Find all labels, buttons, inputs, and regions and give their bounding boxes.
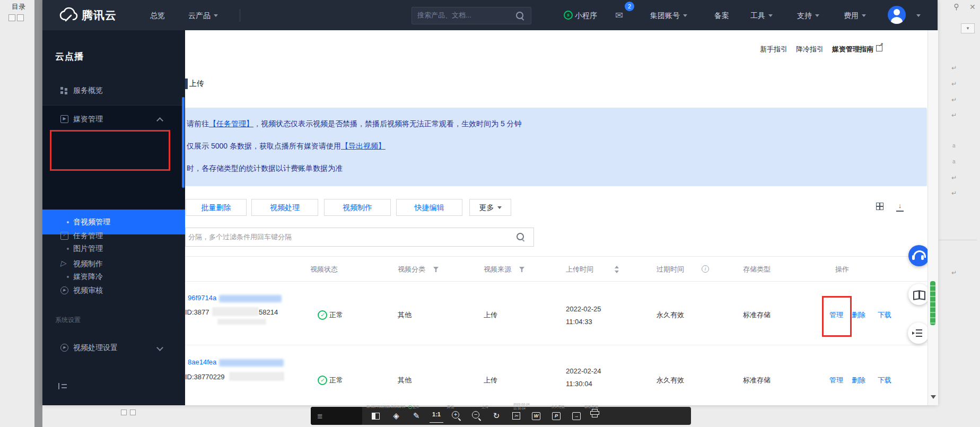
search-icon[interactable] xyxy=(517,233,524,240)
compare-icon[interactable] xyxy=(369,409,383,422)
col-expire-time: 过期时间 xyxy=(657,265,684,274)
sidebar-item-media[interactable]: ▶ 媒资管理 xyxy=(42,112,185,127)
scroll-down-arrow[interactable] xyxy=(931,395,936,399)
nav-miniprogram[interactable]: 小程序 xyxy=(575,11,597,21)
zoom-out-icon[interactable]: − xyxy=(470,409,484,422)
sidebar-item-media-cooling[interactable]: 媒资降冷 xyxy=(42,271,185,284)
nav-tools[interactable]: 工具 xyxy=(750,11,773,21)
sort-icon[interactable] xyxy=(615,266,619,273)
delete-link[interactable]: 删除 xyxy=(852,310,865,320)
filter-funnel-icon[interactable] xyxy=(519,267,524,272)
settings-circle-icon: ▶ xyxy=(60,344,68,352)
collapse-sidebar-icon[interactable] xyxy=(58,383,68,389)
censored-name-blur xyxy=(219,295,282,302)
export-pdf-icon[interactable]: P xyxy=(550,409,564,422)
sidebar-title: 云点播 xyxy=(55,50,84,63)
video-produce-button[interactable]: 视频制作 xyxy=(324,199,391,216)
link-task-management[interactable]: 【任务管理】 xyxy=(209,119,253,128)
export-word-icon[interactable]: W xyxy=(530,409,544,422)
batch-delete-button[interactable]: 批量删除 xyxy=(186,199,247,216)
download-link[interactable]: 下载 xyxy=(878,310,891,320)
avatar[interactable] xyxy=(888,6,906,24)
quick-edit-button[interactable]: 快捷编辑 xyxy=(396,199,462,216)
mail-icon[interactable]: ✉ xyxy=(615,10,623,21)
feedback-list-button[interactable] xyxy=(908,323,929,344)
filter-input[interactable] xyxy=(186,228,506,245)
actual-size-icon[interactable]: 1:1 xyxy=(430,409,443,423)
grid-view-icon[interactable] xyxy=(876,203,883,210)
censored-id-blur xyxy=(212,307,259,316)
sidebar-item-tasks[interactable]: ✓ 任务管理 xyxy=(42,229,185,243)
content-scrollbar[interactable] xyxy=(928,30,938,405)
nav-search-input[interactable] xyxy=(412,7,513,23)
sidebar-item-image-management[interactable]: 图片管理 xyxy=(42,242,185,256)
zoom-in-icon[interactable]: + xyxy=(450,409,463,422)
video-process-button[interactable]: 视频处理 xyxy=(251,199,318,216)
toc-mini-icon-2[interactable] xyxy=(17,14,24,21)
expire-cell: 永久有效 xyxy=(657,376,684,385)
delete-link[interactable]: 删除 xyxy=(852,376,865,385)
video-name-link[interactable]: 96f9714a xyxy=(188,294,216,302)
nav-group-account[interactable]: 集团账号 xyxy=(650,11,687,21)
sidebar-item-production[interactable]: ▷ 视频制作 xyxy=(42,257,185,272)
sidebar-scrollbar[interactable] xyxy=(182,97,185,188)
video-id-prefix: ID:3877 xyxy=(185,308,209,316)
pin-icon[interactable] xyxy=(952,3,960,13)
nav-overview[interactable]: 总览 xyxy=(150,11,165,21)
docs-button[interactable] xyxy=(908,284,930,305)
info-icon[interactable]: i xyxy=(702,265,709,273)
close-icon[interactable]: ✕ xyxy=(969,3,976,11)
nav-search-box[interactable] xyxy=(412,7,531,24)
task-check-icon: ✓ xyxy=(60,232,68,240)
bottom-mini-icon xyxy=(130,409,136,415)
video-name-link[interactable]: 8ae14fea xyxy=(188,358,216,366)
edit-image-icon[interactable]: ✎ xyxy=(409,409,423,422)
link-beginner-guide[interactable]: 新手指引 xyxy=(760,45,788,54)
sidebar-item-processing-settings[interactable]: ▶ 视频处理设置 xyxy=(42,341,185,355)
upload-date: 2022-02-25 xyxy=(566,305,601,313)
guide-links: 新手指引 降冷指引 媒资管理指南 xyxy=(760,45,882,54)
manage-link[interactable]: 管理 xyxy=(829,376,843,385)
sidebar-item-overview[interactable]: 服务概览 xyxy=(42,83,185,98)
link-media-guide[interactable]: 媒资管理指南 xyxy=(832,45,882,54)
rotate-icon[interactable]: ↻ xyxy=(489,409,503,422)
nav-support[interactable]: 支持 xyxy=(797,11,819,21)
magic-select-icon[interactable]: ◈ xyxy=(389,409,403,422)
chevron-down-icon[interactable] xyxy=(916,14,921,17)
editor-left-strip xyxy=(34,0,42,427)
ghost-status: 正常 xyxy=(413,405,419,409)
info-banner: 请前往【任务管理】，视频状态仅表示视频是否禁播，禁播后视频将无法正常观看，生效时… xyxy=(185,108,927,186)
margin-dropdown[interactable]: ▾ xyxy=(961,23,975,33)
nav-billing[interactable]: 费用 xyxy=(844,11,866,21)
filter-funnel-icon[interactable] xyxy=(433,267,439,272)
crop-icon[interactable]: ✂ xyxy=(510,409,523,422)
export-icon[interactable]: → xyxy=(570,409,584,422)
margin-divider xyxy=(939,240,977,240)
chevron-down-icon xyxy=(497,206,502,209)
toc-mini-icon[interactable] xyxy=(8,14,15,21)
upload-label[interactable]: 上传 xyxy=(189,79,204,89)
more-button[interactable]: 更多 xyxy=(469,199,511,216)
download-link[interactable]: 下载 xyxy=(878,376,891,385)
col-storage-type: 存储类型 xyxy=(743,265,771,274)
manage-highlight-red-box xyxy=(822,296,852,337)
link-cooling-guide[interactable]: 降冷指引 xyxy=(796,45,824,54)
search-icon[interactable] xyxy=(516,12,523,19)
filter-search-box[interactable] xyxy=(185,228,534,247)
download-list-icon[interactable]: ↓ xyxy=(896,202,904,212)
sidebar-item-review[interactable]: ▶ 视频审核 xyxy=(42,283,185,298)
scrollbar-thumb[interactable] xyxy=(930,281,935,325)
table-top-border xyxy=(185,256,928,257)
bullet-icon xyxy=(67,248,69,250)
brand-name[interactable]: 腾讯云 xyxy=(82,8,117,23)
customer-service-button[interactable] xyxy=(908,245,930,266)
print-icon[interactable] xyxy=(590,409,599,417)
category-cell: 其他 xyxy=(398,310,412,320)
viewer-thumb-box[interactable]: ≣ xyxy=(311,407,362,425)
col-video-status: 视频状态 xyxy=(310,265,338,274)
nav-icp[interactable]: 备案 xyxy=(714,11,729,21)
nav-products[interactable]: 云产品 xyxy=(188,11,218,21)
tencent-cloud-logo-icon[interactable] xyxy=(58,7,78,25)
link-export-video[interactable]: 【导出视频】 xyxy=(341,142,386,150)
chevron-down-icon xyxy=(815,14,819,17)
